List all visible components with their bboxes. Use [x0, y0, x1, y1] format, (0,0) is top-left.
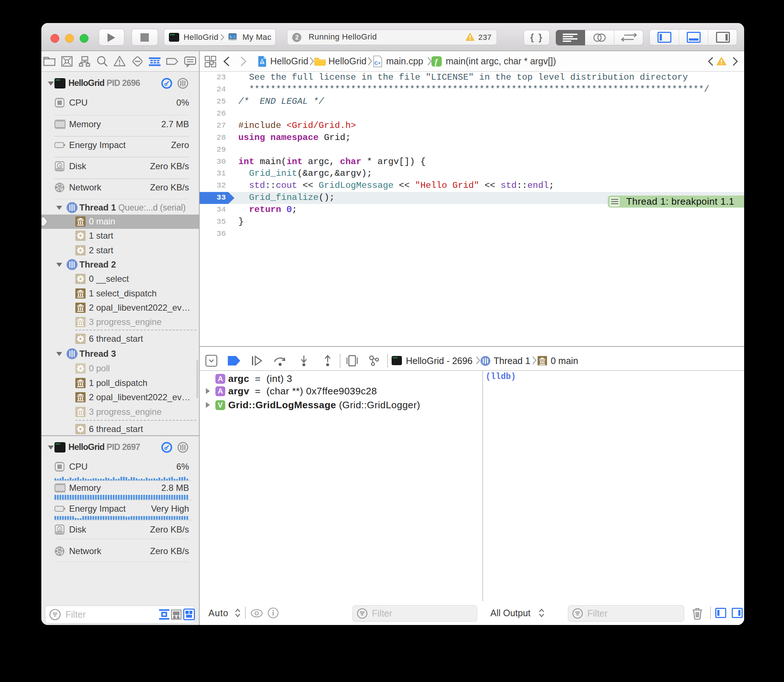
svg-text:C+: C+: [374, 60, 381, 66]
